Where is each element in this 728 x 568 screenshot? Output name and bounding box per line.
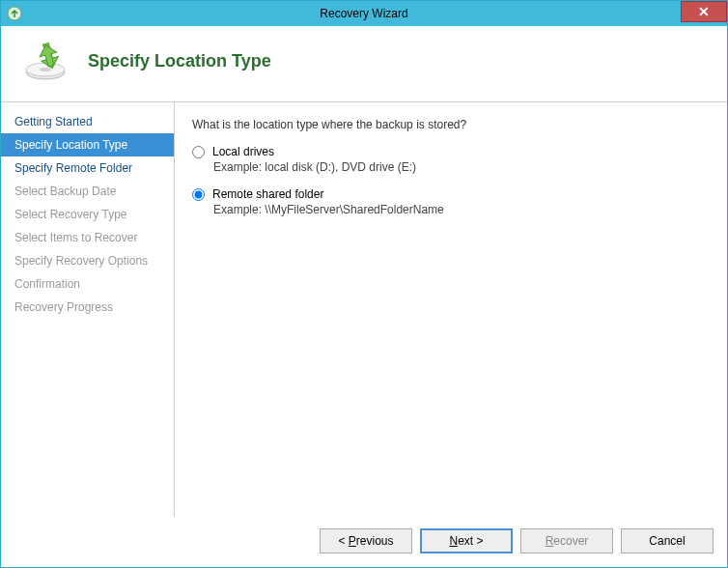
button-row: < Previous Next > Recover Cancel [320,528,714,554]
close-button[interactable]: ✕ [681,1,727,22]
step-specify-remote-folder[interactable]: Specify Remote Folder [1,156,174,180]
radio-local-drives[interactable] [192,146,205,158]
label-local-drives[interactable]: Local drives [212,145,274,158]
recover-button: Recover [520,528,613,554]
step-confirmation: Confirmation [1,272,174,296]
step-specify-location-type[interactable]: Specify Location Type [1,133,174,156]
titlebar[interactable]: Recovery Wizard ✕ [1,1,727,26]
step-select-recovery-type: Select Recovery Type [1,203,174,226]
previous-button[interactable]: < Previous [320,528,412,554]
close-icon: ✕ [698,4,710,19]
page-title: Specify Location Type [88,51,271,71]
radio-remote-folder[interactable] [192,188,205,201]
option-remote-folder[interactable]: Remote shared folder [192,187,710,201]
content-panel: What is the location type where the back… [175,101,727,517]
header: Specify Location Type [1,26,727,101]
step-getting-started[interactable]: Getting Started [1,110,174,133]
example-local-drives: Example: local disk (D:), DVD drive (E:) [213,160,710,174]
step-list: Getting Started Specify Location Type Sp… [1,101,175,517]
label-remote-folder[interactable]: Remote shared folder [212,187,323,201]
cancel-button[interactable]: Cancel [621,528,714,554]
next-button[interactable]: Next > [420,528,513,554]
example-remote-folder: Example: \\MyFileServer\SharedFolderName [213,203,710,216]
step-select-backup-date: Select Backup Date [1,180,174,203]
question-text: What is the location type where the back… [192,118,710,131]
svg-point-3 [40,68,51,71]
recovery-wizard-icon [20,40,70,82]
step-recovery-progress: Recovery Progress [1,296,174,319]
window-title: Recovery Wizard [1,7,727,20]
wizard-body: Getting Started Specify Location Type Sp… [1,101,727,517]
option-local-drives[interactable]: Local drives [192,145,710,158]
wizard-window: Recovery Wizard ✕ Specify Location Type … [0,0,728,568]
app-icon [7,6,22,21]
step-specify-recovery-options: Specify Recovery Options [1,249,174,272]
step-select-items-to-recover: Select Items to Recover [1,226,174,249]
